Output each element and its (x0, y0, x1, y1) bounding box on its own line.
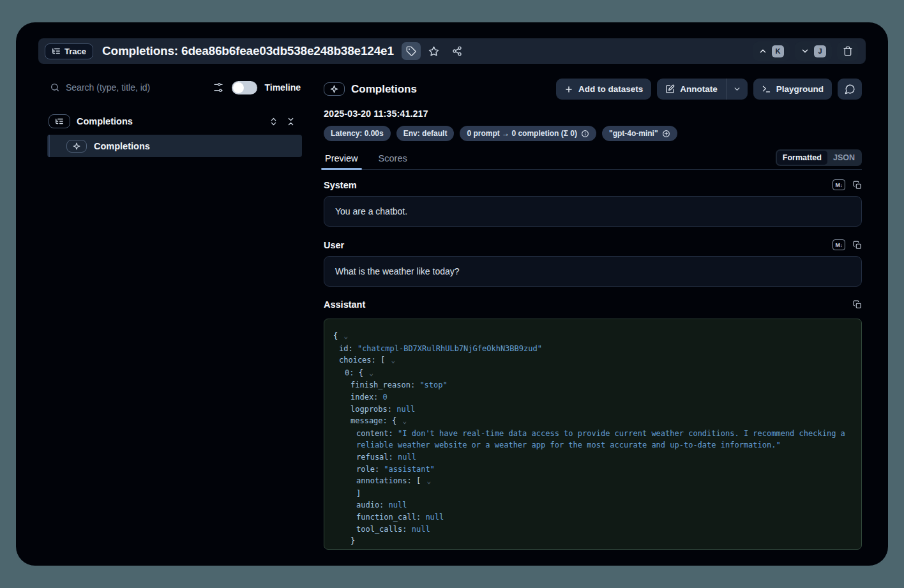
code-token: } (345, 548, 349, 550)
code-token: [ (380, 356, 385, 365)
collapse-chevron-icon[interactable]: ⌄ (402, 417, 407, 425)
model-badge[interactable]: "gpt-4o-mini" (602, 126, 677, 141)
format-json[interactable]: JSON (827, 151, 861, 165)
code-line: message: { ⌄ (333, 415, 852, 428)
desktop-background: { "titlebar": { "trace_badge": "Trace", … (0, 0, 904, 588)
code-token: annotations: (356, 476, 412, 485)
annotate-dropdown-chevron[interactable] (726, 79, 748, 100)
token-usage-badge[interactable]: 0 prompt → 0 completion (Σ 0) (460, 126, 596, 141)
annotate-button[interactable]: Annotate (657, 79, 726, 100)
code-token: null (398, 453, 416, 462)
collapse-all-icon[interactable] (286, 117, 296, 126)
code-token: finish_reason: (350, 381, 415, 389)
tag-button[interactable] (402, 42, 421, 60)
code-token: 0 (383, 393, 388, 402)
collapse-chevron-icon[interactable]: ⌄ (368, 369, 373, 377)
page-title: Completions: 6dea86b6feae03db538e248b38e… (102, 44, 394, 58)
timeline-toggle-label: Timeline (264, 82, 301, 93)
chevron-up-icon (758, 47, 767, 56)
assistant-label: Assistant (324, 299, 365, 310)
generation-node-badge (66, 140, 87, 153)
trace-badge-label: Trace (64, 47, 86, 56)
list-tree-icon (52, 47, 61, 56)
code-line: refusal: null (333, 451, 852, 464)
code-token: 0: (345, 368, 354, 377)
format-formatted[interactable]: Formatted (777, 151, 827, 165)
code-token: "chatcmpl-BD7XRulRhULb7NjGfeOkhN3BB9zud" (358, 344, 542, 353)
copy-icon[interactable] (853, 241, 862, 250)
share-button[interactable] (448, 42, 467, 60)
markdown-toggle-icon[interactable]: M↓ (832, 239, 845, 250)
trace-node-badge (49, 114, 70, 128)
search-input[interactable] (66, 82, 207, 93)
latency-badge: Latency: 0.00s (324, 126, 391, 141)
code-token: [ (416, 476, 421, 485)
delete-trace-button[interactable] (837, 41, 858, 61)
add-to-datasets-button[interactable]: Add to datasets (556, 79, 651, 100)
keycap-k: K (772, 45, 784, 57)
expand-all-icon[interactable] (269, 117, 278, 126)
collapse-chevron-icon[interactable]: ⌄ (390, 356, 396, 365)
code-token: "stop" (419, 381, 447, 389)
code-token: function_call: (356, 513, 421, 522)
code-token: audio: (356, 501, 384, 509)
tab-preview[interactable]: Preview (324, 153, 359, 169)
format-switch: Formatted JSON (776, 149, 862, 166)
user-label: User (324, 240, 344, 250)
tag-icon (406, 46, 416, 56)
tree-root-row[interactable]: Completions (38, 110, 302, 132)
code-token: "I don't have real-time data access to p… (356, 429, 845, 450)
tab-scores[interactable]: Scores (377, 153, 409, 169)
next-trace-button[interactable]: J (795, 41, 832, 61)
trace-tree-sidebar: Timeline Completions (38, 70, 302, 550)
app-window: Trace Completions: 6dea86b6feae03db538e2… (16, 22, 888, 566)
tree-item-completions-selected[interactable]: Completions (47, 135, 302, 157)
user-message-box: What is the weather like today? (324, 256, 862, 287)
view-settings-icon[interactable] (213, 82, 223, 93)
share-icon (452, 46, 462, 56)
code-line: choices: [ ⌄ (333, 354, 852, 367)
code-token: content: (356, 429, 393, 438)
chevron-down-icon (801, 47, 810, 56)
markdown-toggle-icon[interactable]: M↓ (832, 179, 845, 190)
code-line: } (333, 547, 852, 550)
toggle-knob (233, 82, 244, 93)
code-token: ] (356, 489, 361, 498)
trace-titlebar: Trace Completions: 6dea86b6feae03db538e2… (38, 38, 866, 64)
prev-trace-button[interactable]: K (753, 41, 790, 61)
trace-type-badge: Trace (45, 43, 93, 59)
code-line: audio: null (333, 499, 852, 511)
code-line: finish_reason: "stop" (333, 379, 852, 391)
playground-button[interactable]: Playground (753, 79, 832, 100)
search-icon (50, 82, 60, 93)
observation-detail-panel: Completions Add to datasets Ann (311, 70, 866, 550)
copy-icon[interactable] (853, 181, 862, 190)
annotate-split-button: Annotate (657, 79, 748, 100)
code-token: tool_calls: (356, 525, 407, 534)
system-section-header: System M↓ (324, 179, 862, 190)
tree-child-label: Completions (94, 141, 150, 151)
info-icon (581, 130, 589, 138)
code-token: logprobs: (350, 405, 392, 414)
metadata-badges: Latency: 0.00s Env: default 0 prompt → 0… (324, 126, 862, 141)
system-message-text: You are a chatbot. (335, 206, 407, 216)
playground-label: Playground (776, 84, 824, 94)
system-message-box: You are a chatbot. (324, 196, 862, 227)
code-line: role: "assistant" (333, 464, 852, 476)
code-line: annotations: [ ⌄ (333, 475, 852, 488)
code-token: { (392, 416, 396, 425)
code-line: id: "chatcmpl-BD7XRulRhULb7NjGfeOkhN3BB9… (333, 343, 852, 355)
copy-icon[interactable] (853, 300, 862, 309)
timeline-toggle[interactable] (232, 81, 257, 94)
code-token: "assistant" (384, 465, 434, 474)
code-line: ] (333, 488, 852, 500)
collapse-chevron-icon[interactable]: ⌄ (342, 332, 348, 340)
collapse-chevron-icon[interactable]: ⌄ (425, 477, 431, 485)
comments-button[interactable] (838, 79, 862, 100)
star-button[interactable] (425, 42, 444, 60)
code-line: logprobs: null (333, 403, 852, 416)
code-line: 0: { ⌄ (333, 367, 852, 380)
code-line: } (333, 535, 852, 547)
code-token: role: (356, 465, 379, 474)
plus-icon (564, 85, 573, 94)
